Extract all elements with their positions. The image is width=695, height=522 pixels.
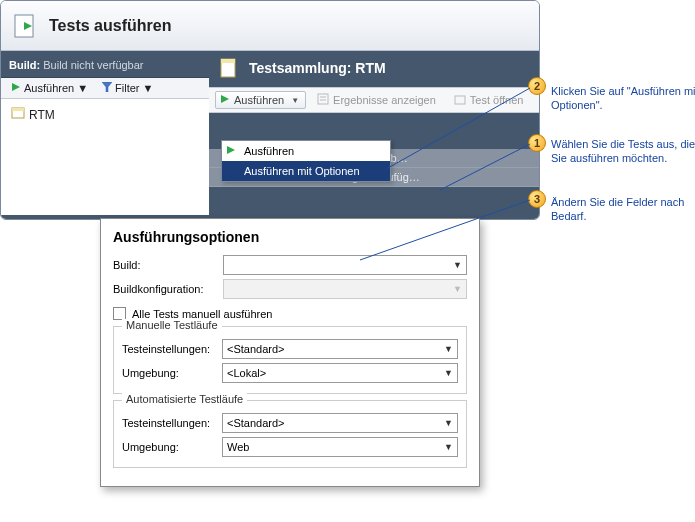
chevron-down-icon: ▼ — [444, 368, 453, 378]
callout-3: Ändern Sie die Felder nach Bedarf. — [551, 196, 695, 224]
toolbar-view-results-button[interactable]: Ergebnisse anzeigen — [312, 90, 443, 110]
tree-item-rtm[interactable]: RTM — [9, 105, 201, 124]
callout-badge-3: 3 — [528, 190, 546, 208]
svg-marker-3 — [102, 82, 112, 92]
manual-testsettings-combo[interactable]: <Standard>▼ — [222, 339, 458, 359]
dialog-title: Ausführungsoptionen — [113, 229, 467, 245]
results-icon — [317, 93, 329, 107]
svg-rect-5 — [12, 108, 24, 111]
open-icon — [454, 93, 466, 107]
sidebar-run-button[interactable]: Ausführen ▼ — [7, 81, 92, 95]
dropdown-run[interactable]: Ausführen — [222, 141, 390, 161]
chevron-down-icon: ▼ — [444, 442, 453, 452]
build-status: Build: Build nicht verfügbar — [1, 55, 209, 78]
callout-badge-1: 1 — [528, 134, 546, 152]
chevron-down-icon: ▼ — [291, 96, 299, 105]
app-header: Tests ausführen — [1, 1, 539, 51]
buildconfig-label: Buildkonfiguration: — [113, 283, 223, 295]
play-icon — [226, 145, 236, 157]
sidebar-filter-button[interactable]: Filter ▼ — [98, 81, 157, 95]
play-icon — [11, 82, 21, 94]
svg-rect-7 — [221, 59, 235, 63]
main-title: Testsammlung: RTM — [209, 51, 539, 87]
chevron-down-icon: ▼ — [77, 82, 88, 94]
manual-env-combo[interactable]: <Lokal>▼ — [222, 363, 458, 383]
svg-marker-8 — [221, 95, 229, 103]
callout-2: Klicken Sie auf "Ausführen mit Optionen"… — [551, 85, 695, 113]
manual-fieldset: Manuelle Testläufe Testeinstellungen: <S… — [113, 326, 467, 394]
auto-fieldset: Automatisierte Testläufe Testeinstellung… — [113, 400, 467, 468]
app-window: Tests ausführen Build: Build nicht verfü… — [0, 0, 540, 220]
play-icon — [220, 94, 230, 106]
sidebar: Build: Build nicht verfügbar Ausführen ▼… — [1, 51, 209, 219]
buildconfig-combo: ▼ — [223, 279, 467, 299]
callout-badge-2: 2 — [528, 77, 546, 95]
page-title: Tests ausführen — [49, 17, 171, 35]
toolbar-run-button[interactable]: Ausführen ▼ — [215, 91, 306, 109]
svg-marker-2 — [12, 83, 20, 91]
build-combo[interactable]: ▼ — [223, 255, 467, 275]
chevron-down-icon: ▼ — [453, 260, 462, 270]
sidebar-toolbar: Ausführen ▼ Filter ▼ — [1, 78, 209, 99]
dropdown-run-with-options[interactable]: Ausführen mit Optionen — [222, 161, 390, 181]
run-options-dialog: Ausführungsoptionen Build: ▼ Buildkonfig… — [100, 218, 480, 487]
suite-icon — [11, 106, 25, 123]
main-toolbar: Ausführen ▼ Ergebnisse anzeigen Test öff… — [209, 87, 539, 113]
svg-marker-13 — [227, 146, 235, 154]
suite-doc-icon — [219, 57, 241, 79]
sidebar-tree: RTM — [1, 99, 209, 215]
chevron-down-icon: ▼ — [444, 418, 453, 428]
svg-rect-12 — [455, 96, 465, 104]
filter-icon — [102, 82, 112, 94]
auto-env-combo[interactable]: Web▼ — [222, 437, 458, 457]
toolbar-open-test-button[interactable]: Test öffnen — [449, 90, 531, 110]
build-label: Build: — [113, 259, 223, 271]
run-dropdown: Ausführen Ausführen mit Optionen — [221, 140, 391, 182]
chevron-down-icon: ▼ — [444, 344, 453, 354]
chevron-down-icon: ▼ — [143, 82, 154, 94]
auto-testsettings-combo[interactable]: <Standard>▼ — [222, 413, 458, 433]
svg-rect-9 — [318, 94, 328, 104]
run-tests-icon — [13, 13, 39, 39]
chevron-down-icon: ▼ — [453, 284, 462, 294]
main-panel: Testsammlung: RTM Ausführen ▼ Ergebnisse… — [209, 51, 539, 219]
callout-1: Wählen Sie die Tests aus, die Sie ausfüh… — [551, 138, 695, 166]
